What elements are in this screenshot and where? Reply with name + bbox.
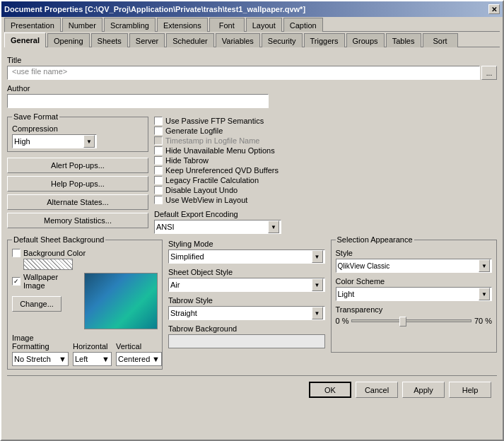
checkbox-hide-menu: Hide Unavailable Menu Options [154, 146, 497, 155]
checkbox-legacy-fractile: Legacy Fractile Calculation [154, 176, 497, 184]
styling-mode-value: Simplified [170, 252, 204, 261]
tab-presentation[interactable]: Presentation [4, 18, 61, 32]
color-scheme-value: Light [338, 290, 355, 298]
checkbox-disable-layout-input[interactable] [154, 186, 163, 194]
tabrow-style-arrow: ▼ [312, 307, 323, 319]
vertical-arrow: ▼ [152, 355, 160, 363]
tab-general[interactable]: General [4, 33, 46, 47]
checkbox-hide-tabrow-input[interactable] [154, 156, 163, 165]
tab-security[interactable]: Security [262, 33, 303, 47]
memory-statistics-button[interactable]: Memory Statistics... [7, 213, 148, 228]
style-value: QlikView Classic [338, 262, 390, 270]
image-formatting-group: Image Formatting No Stretch ▼ [12, 334, 69, 366]
tabrow-style-select[interactable]: Straight ▼ [168, 306, 325, 320]
sheet-object-arrow: ▼ [312, 278, 323, 291]
image-formatting-label: Image Formatting [12, 334, 69, 351]
transparency-slider[interactable] [351, 319, 471, 322]
alert-popups-button[interactable]: Alert Pop-ups... [7, 158, 148, 173]
tabrow-bg-label: Tabrow Background [168, 324, 325, 333]
style-arrow: ▼ [479, 259, 490, 272]
tab-scrambling[interactable]: Scrambling [104, 18, 156, 32]
sheet-object-select[interactable]: Air ▼ [168, 278, 325, 292]
main-content-row: Save Format Compression High ▼ Alert Pop… [7, 111, 497, 234]
slider-thumb[interactable] [399, 317, 406, 327]
bottom-buttons-row: OK Cancel Apply Help [7, 375, 497, 404]
tab-variables[interactable]: Variables [216, 33, 260, 47]
content-area: Title <use file name> ... Author Save Fo… [1, 47, 503, 408]
style-select[interactable]: QlikView Classic ▼ [336, 259, 493, 273]
checkbox-disable-layout-label: Disable Layout Undo [165, 186, 238, 194]
tab-font[interactable]: Font [209, 18, 245, 32]
styling-mode-select[interactable]: Simplified ▼ [168, 249, 325, 264]
help-popups-button[interactable]: Help Pop-ups... [7, 176, 148, 192]
styling-mode-arrow: ▼ [312, 250, 323, 263]
compression-select[interactable]: High ▼ [12, 134, 97, 148]
checkbox-webview-label: Use WebView in Layout [165, 196, 247, 204]
tab-extensions[interactable]: Extensions [157, 18, 208, 32]
checkbox-hide-menu-label: Hide Unavailable Menu Options [165, 146, 275, 155]
checkbox-keep-qvd: Keep Unreferenced QVD Buffers [154, 166, 497, 175]
title-browse-button[interactable]: ... [481, 66, 497, 80]
styling-mode-row: Styling Mode Simplified ▼ [168, 240, 325, 264]
bg-color-label: Background Color [23, 249, 86, 257]
ok-button[interactable]: OK [309, 382, 351, 398]
tabs-row1: Presentation Number Scrambling Extension… [4, 17, 500, 32]
checkbox-keep-qvd-input[interactable] [154, 166, 163, 175]
window-title: Document Properties [C:\QV_Proj\Applicat… [4, 5, 305, 13]
tab-layout[interactable]: Layout [246, 18, 282, 32]
tab-scheduler[interactable]: Scheduler [166, 33, 214, 47]
color-scheme-select[interactable]: Light ▼ [336, 287, 493, 301]
checkbox-generate-logfile-input[interactable] [154, 127, 163, 135]
horizontal-label: Horizontal [73, 342, 112, 351]
horizontal-arrow: ▼ [102, 355, 110, 363]
tab-triggers[interactable]: Triggers [304, 33, 345, 47]
tabs-container-row2: General Opening Sheets Server Scheduler … [1, 32, 503, 47]
right-column: Use Passive FTP Semantics Generate Logfi… [154, 111, 497, 234]
tab-caption[interactable]: Caption [283, 18, 323, 32]
tab-sort[interactable]: Sort [423, 33, 458, 47]
apply-button[interactable]: Apply [402, 382, 445, 398]
wallpaper-row: ✓ Wallpaper Image Change... [12, 273, 158, 329]
wallpaper-checkbox[interactable]: ✓ [12, 277, 20, 286]
checkbox-webview-input[interactable] [154, 196, 163, 204]
title-input[interactable]: <use file name> [7, 66, 480, 80]
transparency-min: 0 % [336, 317, 349, 325]
change-wallpaper-button[interactable]: Change... [12, 296, 61, 312]
tabrow-bg-row: Tabrow Background [168, 324, 325, 348]
close-button[interactable]: ✕ [488, 4, 500, 14]
transparency-label: Transparency [336, 305, 383, 314]
sheet-object-label: Sheet Object Style [168, 268, 325, 276]
tab-tables[interactable]: Tables [386, 33, 421, 47]
author-input[interactable] [7, 94, 269, 108]
checkbox-passive-ftp-input[interactable] [154, 117, 163, 125]
alternate-states-button[interactable]: Alternate States... [7, 194, 148, 210]
checkbox-legacy-fractile-input[interactable] [154, 176, 163, 184]
tab-groups[interactable]: Groups [346, 33, 385, 47]
horizontal-select[interactable]: Left ▼ [73, 352, 112, 366]
tabrow-bg-color-preview[interactable] [168, 334, 325, 348]
tab-number[interactable]: Number [62, 18, 102, 32]
encoding-arrow: ▼ [268, 220, 279, 233]
image-formatting-select[interactable]: No Stretch ▼ [12, 352, 69, 366]
cancel-button[interactable]: Cancel [356, 382, 398, 398]
help-button[interactable]: Help [449, 382, 491, 398]
tab-opening[interactable]: Opening [47, 33, 90, 47]
encoding-section: Default Export Encoding ANSI ▼ [154, 210, 497, 234]
title-placeholder: <use file name> [11, 66, 69, 77]
compression-label: Compression [12, 124, 143, 133]
tab-server[interactable]: Server [129, 33, 165, 47]
styling-section: Styling Mode Simplified ▼ Sheet Object S… [168, 240, 325, 353]
sheet-background-group: Default Sheet Background Background Colo… [7, 240, 163, 370]
checkbox-hide-menu-input[interactable] [154, 146, 163, 155]
tab-sheets[interactable]: Sheets [91, 33, 128, 47]
checkbox-disable-layout: Disable Layout Undo [154, 186, 497, 194]
wallpaper-label: Wallpaper Image [23, 273, 78, 290]
checkbox-webview: Use WebView in Layout [154, 196, 497, 204]
bg-color-checkbox[interactable] [12, 249, 20, 257]
image-formatting-arrow: ▼ [59, 355, 66, 363]
color-scheme-arrow: ▼ [479, 288, 490, 300]
wallpaper-preview [84, 273, 158, 329]
encoding-select[interactable]: ANSI ▼ [154, 220, 281, 234]
checkbox-timestamp-input [154, 136, 163, 145]
vertical-select[interactable]: Centered ▼ [116, 352, 162, 366]
